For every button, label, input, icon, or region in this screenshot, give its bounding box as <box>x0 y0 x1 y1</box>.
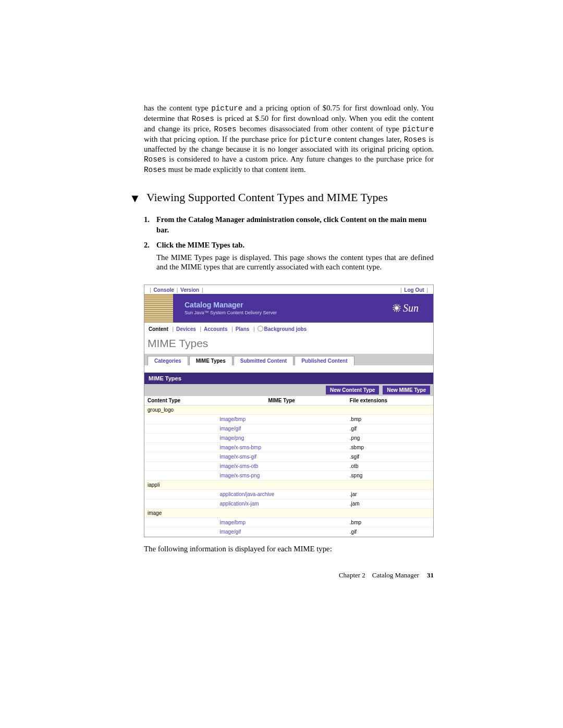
table-row: application/x-jam.jam <box>144 499 433 508</box>
main-nav: Content | Devices | Accounts | Plans | B… <box>144 323 433 334</box>
extension-cell: .jar <box>347 489 433 499</box>
mime-link[interactable]: image/bmp <box>220 416 246 422</box>
link-console[interactable]: Console <box>153 287 174 293</box>
table-group-row: iappli <box>144 480 433 489</box>
col-mime-type: MIME Type <box>217 396 347 405</box>
nav-bgjobs[interactable]: Background jobs <box>264 326 307 332</box>
mime-link[interactable]: image/x-sms-bmp <box>220 445 261 450</box>
trailing-paragraph: The following information is displayed f… <box>144 545 434 553</box>
table-row: image/gif.gif <box>144 527 433 536</box>
tabs-row: Categories MIME Types Submitted Content … <box>144 354 433 365</box>
footer-chapter: Chapter 2 <box>339 571 365 579</box>
mime-types-table: Content Type MIME Type File extensions g… <box>144 396 433 537</box>
extension-cell: .sgif <box>347 452 433 461</box>
group-cell: iappli <box>144 480 433 489</box>
step-text: From the Catalog Manager administration … <box>156 215 434 235</box>
mime-link[interactable]: image/x-sms-png <box>220 473 260 478</box>
mime-link[interactable]: image/gif <box>220 426 241 431</box>
catalog-manager-screenshot: | Console | Version | | Log Out | Catalo… <box>144 285 434 537</box>
extension-cell: .bmp <box>347 414 433 424</box>
section-heading: ▼ Viewing Supported Content Types and MI… <box>144 191 434 205</box>
footer-title: Catalog Manager <box>372 571 419 579</box>
link-version[interactable]: Version <box>180 287 199 293</box>
tab-categories[interactable]: Categories <box>148 356 188 365</box>
footer-page-number: 31 <box>427 571 434 579</box>
group-cell: image <box>144 508 433 517</box>
topbar: | Console | Version | | Log Out | <box>144 285 433 294</box>
table-group-row: image <box>144 508 433 517</box>
mime-link[interactable]: image/x-sms-otb <box>220 463 259 469</box>
table-group-row: group_logo <box>144 405 433 414</box>
tab-submitted[interactable]: Submitted Content <box>234 356 293 365</box>
tab-published[interactable]: Published Content <box>295 356 354 365</box>
section-heading-text: Viewing Supported Content Types and MIME… <box>146 191 388 204</box>
bg-jobs-icon <box>258 326 263 331</box>
step-number: 1. <box>144 215 156 235</box>
table-row: image/x-sms-png.spng <box>144 471 433 480</box>
mime-link[interactable]: image/gif <box>220 529 241 535</box>
mime-link[interactable]: application/x-jam <box>220 501 259 507</box>
page-title: MIME Types <box>144 334 433 354</box>
tab-mime-types[interactable]: MIME Types <box>189 356 232 365</box>
action-bar: New Content Type New MIME Type <box>144 384 433 396</box>
col-content-type: Content Type <box>144 396 217 405</box>
table-row: image/gif.gif <box>144 424 433 433</box>
extension-cell: .png <box>347 433 433 442</box>
col-file-ext: File extensions <box>347 396 433 405</box>
table-row: image/bmp.bmp <box>144 414 433 424</box>
table-row: image/x-sms-otb.otb <box>144 461 433 471</box>
new-content-type-button[interactable]: New Content Type <box>326 386 379 394</box>
extension-cell: .gif <box>347 527 433 536</box>
step: 2.Click the MIME Types tab.The MIME Type… <box>144 240 434 272</box>
extension-cell: .spng <box>347 471 433 480</box>
step-text: Click the MIME Types tab. <box>156 240 434 251</box>
down-triangle-icon: ▼ <box>129 192 141 205</box>
nav-devices[interactable]: Devices <box>176 326 196 332</box>
sun-text: Sun <box>403 302 419 314</box>
mime-link[interactable]: application/java-archive <box>220 491 275 497</box>
nav-accounts[interactable]: Accounts <box>204 326 228 332</box>
table-row: image/png.png <box>144 433 433 442</box>
table-row: image/x-sms-gif.sgif <box>144 452 433 461</box>
brand-subtitle: Sun Java™ System Content Delivery Server <box>185 310 277 315</box>
extension-cell: .gif <box>347 424 433 433</box>
step: 1.From the Catalog Manager administratio… <box>144 215 434 235</box>
header-bar: Catalog Manager Sun Java™ System Content… <box>144 294 433 323</box>
table-row: image/bmp.bmp <box>144 517 433 527</box>
intro-paragraph: has the content type picture and a prici… <box>144 103 434 175</box>
brand-title: Catalog Manager <box>185 301 277 309</box>
extension-cell: .sbmp <box>347 442 433 452</box>
nav-plans[interactable]: Plans <box>236 326 250 332</box>
steps-list: 1.From the Catalog Manager administratio… <box>144 215 434 272</box>
mime-link[interactable]: image/png <box>220 435 244 441</box>
table-row: image/x-sms-bmp.sbmp <box>144 442 433 452</box>
extension-cell: .otb <box>347 461 433 471</box>
new-mime-type-button[interactable]: New MIME Type <box>383 386 430 394</box>
mime-link[interactable]: image/bmp <box>220 520 246 525</box>
extension-cell: .bmp <box>347 517 433 527</box>
step-description: The MIME Types page is displayed. This p… <box>156 253 434 272</box>
extension-cell: .jam <box>347 499 433 508</box>
sun-logo: Sun <box>393 302 419 314</box>
logo-image <box>144 294 173 323</box>
page-footer: Chapter 2 Catalog Manager 31 <box>0 571 563 579</box>
mime-link[interactable]: image/x-sms-gif <box>220 454 257 460</box>
panel-header: MIME Types <box>144 373 433 384</box>
group-cell: group_logo <box>144 405 433 414</box>
step-number: 2. <box>144 240 156 272</box>
sun-icon <box>393 304 401 312</box>
table-row: application/java-archive.jar <box>144 489 433 499</box>
link-logout[interactable]: Log Out <box>404 287 424 293</box>
nav-content[interactable]: Content <box>149 326 168 332</box>
